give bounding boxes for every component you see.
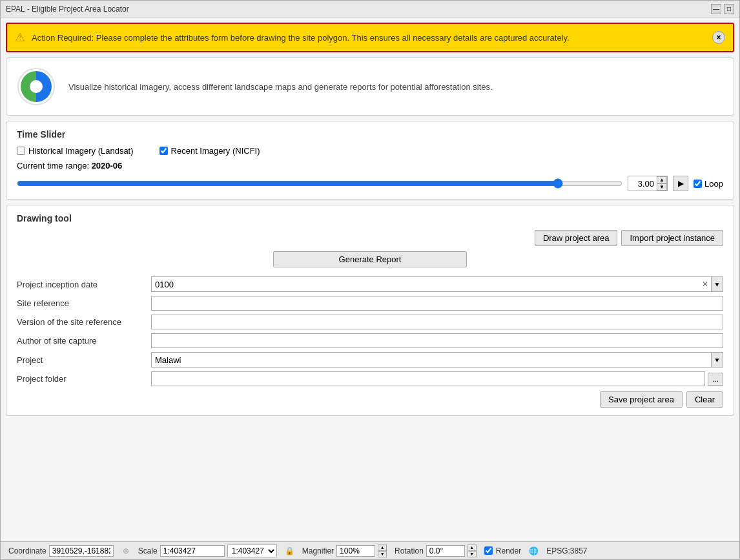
historical-imagery-label: Historical Imagery (Landsat): [28, 146, 134, 156]
inception-date-dropdown-button[interactable]: ▼: [711, 277, 723, 291]
project-folder-browse-button[interactable]: ...: [708, 373, 723, 386]
render-input[interactable]: [484, 546, 493, 555]
project-inception-date-input[interactable]: [152, 278, 699, 291]
save-project-area-button[interactable]: Save project area: [600, 391, 683, 408]
titlebar: EPAL - Eligible Project Area Locator — □: [1, 1, 739, 17]
epsg-label: EPSG:3857: [546, 546, 587, 555]
historical-imagery-input[interactable]: [17, 147, 25, 155]
svg-point-1: [30, 80, 43, 93]
slider-up-button[interactable]: ▲: [657, 176, 667, 183]
rotation-spinners: ▲ ▼: [468, 544, 477, 557]
version-site-reference-field: [151, 315, 723, 329]
slider-spinners: ▲ ▼: [657, 176, 667, 191]
loop-label: Loop: [704, 179, 723, 189]
separator-1: ⊕: [123, 546, 129, 555]
slider-track: [17, 177, 622, 190]
generate-btn-row: Generate Report: [17, 251, 723, 267]
author-site-capture-label: Author of site capture: [17, 336, 146, 346]
logo-section: Visualize historical imagery, access dif…: [6, 57, 734, 116]
globe-icon: 🌐: [529, 546, 539, 555]
clear-button[interactable]: Clear: [686, 391, 723, 408]
slider-value-box: ▲ ▼: [628, 176, 668, 191]
project-inception-date-label: Project inception date: [17, 280, 146, 289]
project-folder-label: Project folder: [17, 374, 146, 384]
recent-imagery-input[interactable]: [159, 147, 168, 155]
play-button[interactable]: ▶: [673, 176, 688, 191]
drawing-tool-title: Drawing tool: [17, 213, 723, 223]
project-folder-input[interactable]: [151, 371, 705, 386]
rotation-up-button[interactable]: ▲: [468, 544, 477, 551]
project-label: Project: [17, 355, 146, 365]
imagery-checkboxes: Historical Imagery (Landsat) Recent Imag…: [17, 146, 723, 156]
slider-value-input[interactable]: [628, 178, 657, 190]
project-dropdown-button[interactable]: ▼: [711, 353, 723, 367]
project-input[interactable]: [152, 353, 711, 367]
main-window: EPAL - Eligible Project Area Locator — □…: [0, 0, 740, 560]
magnifier-down-button[interactable]: ▼: [378, 551, 387, 557]
project-field: ▼: [151, 352, 723, 368]
maximize-button[interactable]: □: [724, 4, 734, 14]
coordinate-label: Coordinate: [8, 546, 46, 555]
author-site-capture-field: [151, 333, 723, 348]
scale-select[interactable]: 1:403427: [227, 544, 277, 557]
site-reference-input[interactable]: [152, 296, 723, 310]
scale-input[interactable]: [160, 545, 225, 557]
rotation-item: Rotation ▲ ▼: [395, 544, 477, 557]
site-reference-label: Site reference: [17, 298, 146, 308]
version-site-reference-input[interactable]: [152, 315, 723, 329]
play-icon: ▶: [678, 179, 684, 188]
time-slider-input[interactable]: [17, 178, 622, 189]
app-logo: [17, 67, 56, 106]
statusbar: Coordinate ⊕ Scale 1:403427 🔒 Magnifier …: [1, 541, 739, 559]
coordinate-input[interactable]: [49, 545, 114, 557]
magnifier-item: Magnifier ▲ ▼: [302, 544, 387, 557]
scale-item: Scale 1:403427: [138, 544, 277, 557]
rotation-input[interactable]: [426, 545, 465, 557]
project-inception-date-field: ✕ ▼: [151, 276, 723, 292]
alert-banner: ⚠ Action Required: Please complete the a…: [6, 23, 734, 52]
magnifier-input[interactable]: [336, 545, 375, 557]
magnifier-up-button[interactable]: ▲: [378, 544, 387, 551]
form-grid: Project inception date ✕ ▼ Site referenc…: [17, 276, 723, 386]
window-controls: — □: [711, 4, 734, 14]
drawing-tool-section: Drawing tool Draw project area Import pr…: [6, 205, 734, 416]
time-slider-title: Time Slider: [17, 129, 723, 140]
rotation-down-button[interactable]: ▼: [468, 551, 477, 557]
warning-icon: ⚠: [15, 30, 25, 45]
scale-label: Scale: [138, 546, 158, 555]
slider-row: ▲ ▼ ▶ Loop: [17, 176, 723, 191]
top-buttons-row: Draw project area Import project instanc…: [17, 230, 723, 246]
time-slider-section: Time Slider Historical Imagery (Landsat)…: [6, 121, 734, 200]
app-description: Visualize historical imagery, access dif…: [68, 82, 493, 92]
window-title: EPAL - Eligible Project Area Locator: [6, 5, 129, 14]
historical-imagery-checkbox[interactable]: Historical Imagery (Landsat): [17, 146, 134, 156]
loop-checkbox[interactable]: Loop: [694, 179, 723, 189]
time-range-row: Current time range: 2020-06: [17, 161, 723, 171]
author-site-capture-input[interactable]: [152, 334, 723, 347]
main-content: ⚠ Action Required: Please complete the a…: [1, 17, 739, 541]
site-reference-field: [151, 296, 723, 311]
generate-report-button[interactable]: Generate Report: [273, 251, 467, 267]
bottom-buttons: Save project area Clear: [17, 391, 723, 408]
inception-date-clear-button[interactable]: ✕: [699, 277, 711, 291]
magnifier-spinners: ▲ ▼: [378, 544, 387, 557]
current-time-range-label: Current time range:: [17, 161, 89, 171]
slider-down-button[interactable]: ▼: [657, 183, 667, 191]
alert-close-button[interactable]: ×: [712, 31, 725, 44]
import-project-instance-button[interactable]: Import project instance: [621, 230, 723, 246]
current-time-value: 2020-06: [92, 161, 123, 171]
recent-imagery-label: Recent Imagery (NICFI): [171, 146, 260, 156]
draw-project-area-button[interactable]: Draw project area: [535, 230, 618, 246]
recent-imagery-checkbox[interactable]: Recent Imagery (NICFI): [159, 146, 260, 156]
lock-icon: 🔒: [285, 546, 294, 555]
loop-input[interactable]: [694, 180, 702, 188]
version-site-reference-label: Version of the site reference: [17, 317, 146, 327]
render-checkbox[interactable]: Render: [484, 546, 521, 555]
render-label: Render: [496, 546, 521, 555]
rotation-label: Rotation: [395, 546, 424, 555]
magnifier-label: Magnifier: [302, 546, 334, 555]
minimize-button[interactable]: —: [711, 4, 721, 14]
alert-text: Action Required: Please complete the att…: [32, 33, 706, 43]
project-folder-field: ...: [151, 371, 723, 386]
coordinate-item: Coordinate: [8, 545, 114, 557]
